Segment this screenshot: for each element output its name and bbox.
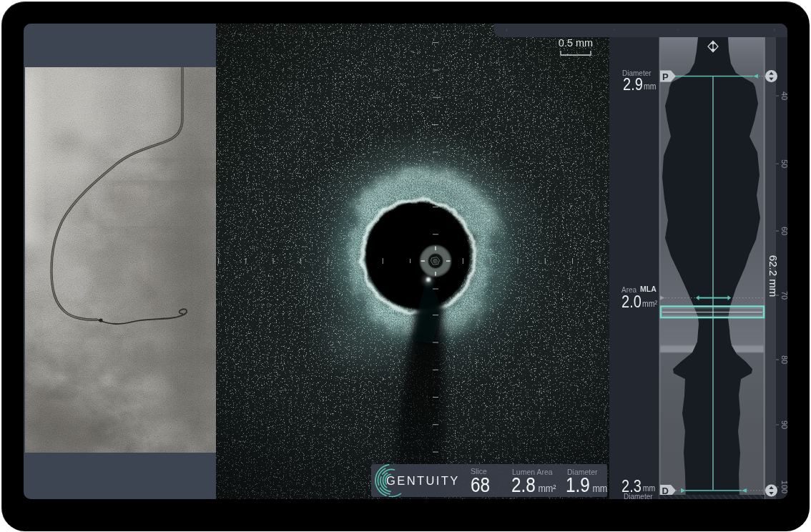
svg-text:60: 60 xyxy=(780,227,787,235)
svg-text:0.5 mm: 0.5 mm xyxy=(559,37,593,49)
svg-text:P: P xyxy=(662,72,669,82)
svg-text:GENTUITY: GENTUITY xyxy=(386,474,460,487)
svg-text:D: D xyxy=(662,486,669,496)
svg-text:80: 80 xyxy=(780,355,787,364)
svg-text:90: 90 xyxy=(780,420,787,429)
svg-text:50: 50 xyxy=(780,159,787,168)
svg-text:100: 100 xyxy=(780,481,787,493)
svg-text:62.2 mm: 62.2 mm xyxy=(767,255,780,297)
svg-text:40: 40 xyxy=(780,92,787,100)
svg-text:70: 70 xyxy=(780,291,787,300)
